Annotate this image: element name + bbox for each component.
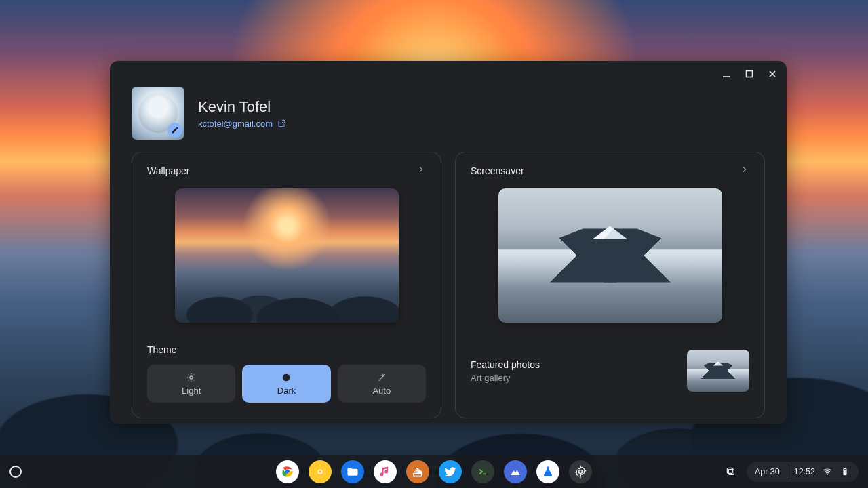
svg-line-12 bbox=[194, 374, 195, 375]
theme-dark-label: Dark bbox=[277, 386, 296, 396]
music-note-icon bbox=[378, 465, 392, 479]
magic-wand-icon bbox=[376, 372, 387, 383]
brightness-icon bbox=[186, 372, 197, 383]
screensaver-info-title: Featured photos bbox=[471, 359, 540, 370]
svg-line-9 bbox=[189, 374, 189, 375]
shelf: Apr 30 12:52 bbox=[0, 455, 868, 488]
svg-rect-20 bbox=[727, 468, 732, 473]
theme-auto-label: Auto bbox=[372, 386, 391, 396]
theme-selector: Light Dark Auto bbox=[147, 365, 426, 403]
gear-icon bbox=[574, 465, 587, 479]
wallpaper-card: Wallpaper Theme Light Dark Auto bbox=[132, 152, 441, 418]
profile-email-text: kctofel@gmail.com bbox=[198, 119, 273, 129]
maximize-button[interactable] bbox=[745, 69, 754, 79]
shelf-apps bbox=[276, 460, 592, 483]
terminal-icon bbox=[476, 465, 490, 479]
svg-rect-25 bbox=[844, 470, 846, 474]
flask-icon bbox=[541, 465, 555, 479]
wallpaper-header[interactable]: Wallpaper bbox=[147, 165, 426, 176]
window-controls bbox=[722, 69, 777, 79]
status-tray: Apr 30 12:52 bbox=[725, 462, 859, 482]
theme-dark-button[interactable]: Dark bbox=[242, 365, 330, 403]
screensaver-title: Screensaver bbox=[471, 165, 524, 176]
screensaver-info-subtitle: Art gallery bbox=[471, 373, 540, 383]
edit-avatar-icon[interactable] bbox=[167, 123, 182, 138]
svg-line-11 bbox=[189, 380, 189, 380]
svg-point-22 bbox=[827, 474, 828, 475]
screensaver-mini-thumbnail bbox=[687, 350, 749, 392]
app-chrome[interactable] bbox=[276, 460, 299, 483]
battery-icon bbox=[840, 466, 850, 477]
theme-auto-button[interactable]: Auto bbox=[338, 365, 426, 403]
app-chrome-canary[interactable] bbox=[309, 460, 332, 483]
app-twitter[interactable] bbox=[439, 460, 462, 483]
app-stackoverflow[interactable] bbox=[406, 460, 429, 483]
wifi-icon bbox=[822, 466, 833, 477]
wallpaper-title: Wallpaper bbox=[147, 165, 190, 176]
profile-header: Kevin Tofel kctofel@gmail.com bbox=[132, 87, 765, 140]
screensaver-card: Screensaver Featured photos Art gallery bbox=[455, 152, 765, 418]
tote-tray-icon[interactable] bbox=[725, 466, 736, 479]
svg-point-19 bbox=[579, 470, 583, 474]
svg-point-17 bbox=[319, 470, 321, 473]
screensaver-info-row[interactable]: Featured photos Art gallery bbox=[471, 350, 749, 392]
profile-email-link[interactable]: kctofel@gmail.com bbox=[198, 119, 286, 129]
svg-line-10 bbox=[194, 380, 195, 380]
external-link-icon bbox=[277, 119, 286, 128]
minimize-button[interactable] bbox=[722, 69, 731, 79]
close-button[interactable] bbox=[768, 69, 777, 79]
folder-icon bbox=[346, 465, 359, 479]
screensaver-preview[interactable] bbox=[498, 188, 722, 323]
theme-label: Theme bbox=[147, 344, 426, 355]
avatar[interactable] bbox=[132, 87, 184, 140]
screensaver-header[interactable]: Screensaver bbox=[471, 165, 749, 176]
chrome-canary-icon bbox=[313, 465, 327, 479]
stack-icon bbox=[411, 465, 425, 479]
launcher-button[interactable] bbox=[9, 466, 22, 478]
app-music[interactable] bbox=[374, 460, 397, 483]
svg-rect-21 bbox=[728, 469, 734, 474]
chevron-right-icon bbox=[416, 165, 426, 176]
personalization-window: Kevin Tofel kctofel@gmail.com Wallpaper … bbox=[110, 61, 787, 424]
app-photos[interactable] bbox=[504, 460, 527, 483]
app-terminal[interactable] bbox=[471, 460, 494, 483]
profile-name: Kevin Tofel bbox=[198, 98, 286, 116]
mountain-icon bbox=[509, 465, 522, 479]
contrast-icon bbox=[281, 372, 292, 383]
shelf-time: 12:52 bbox=[794, 467, 815, 476]
status-area[interactable]: Apr 30 12:52 bbox=[747, 462, 859, 482]
theme-light-button[interactable]: Light bbox=[147, 365, 235, 403]
separator bbox=[787, 466, 787, 478]
shelf-date: Apr 30 bbox=[755, 467, 780, 476]
app-settings[interactable] bbox=[569, 460, 592, 483]
wallpaper-preview[interactable] bbox=[175, 188, 399, 323]
twitter-icon bbox=[443, 465, 457, 479]
svg-rect-24 bbox=[844, 468, 846, 468]
svg-point-4 bbox=[190, 375, 193, 378]
chevron-right-icon bbox=[740, 165, 749, 176]
theme-light-label: Light bbox=[182, 386, 201, 396]
chrome-icon bbox=[281, 465, 294, 479]
app-experiments[interactable] bbox=[536, 460, 559, 483]
svg-rect-1 bbox=[747, 71, 753, 77]
app-files[interactable] bbox=[341, 460, 364, 483]
